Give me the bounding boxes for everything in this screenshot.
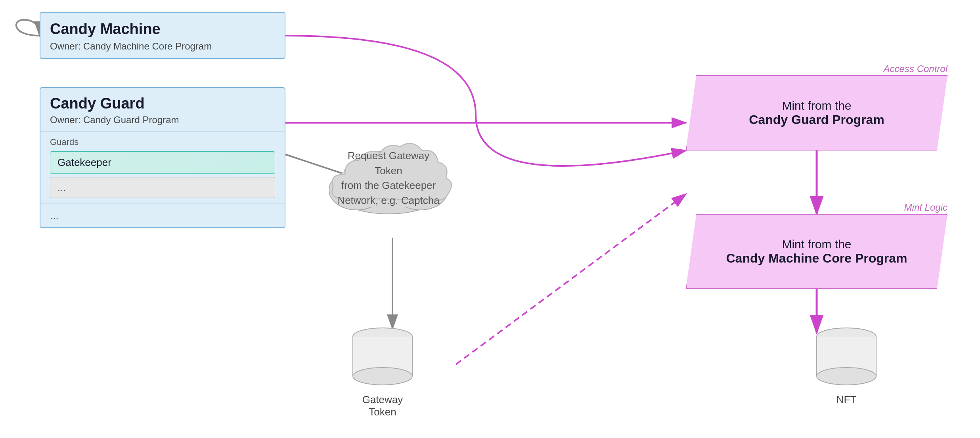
- svg-point-17: [353, 368, 412, 385]
- gateway-token-svg: [349, 325, 416, 388]
- mint-guard-program: Mint from the Candy Guard Program: [686, 75, 947, 150]
- candy-guard-body: Guards Gatekeeper ...: [40, 131, 285, 204]
- guards-label: Guards: [50, 137, 275, 147]
- candy-machine-box: Candy Machine Owner: Candy Machine Core …: [40, 12, 285, 59]
- candy-guard-subtitle: Owner: Candy Guard Program: [50, 114, 275, 126]
- access-control-label: Access Control: [686, 63, 947, 74]
- candy-guard-header: Candy Guard Owner: Candy Guard Program: [40, 88, 285, 131]
- gateway-token: GatewayToken: [349, 325, 416, 418]
- mint-core-normal: Mint from the: [782, 238, 851, 251]
- svg-point-22: [817, 368, 876, 385]
- nft-label: NFT: [836, 394, 857, 406]
- mint-guard-parallelogram: Mint from the Candy Guard Program: [686, 75, 947, 150]
- mint-logic-label: Mint Logic: [686, 202, 947, 213]
- candy-guard-title: Candy Guard: [50, 95, 275, 112]
- candy-guard-footer: ...: [40, 204, 285, 227]
- diagram-container: Candy Machine Owner: Candy Machine Core …: [0, 0, 980, 438]
- gatekeeper-row: Gatekeeper: [50, 151, 275, 174]
- gateway-token-label: GatewayToken: [362, 394, 403, 418]
- mint-guard-bold: Candy Guard Program: [749, 112, 884, 127]
- cloud-container: Request Gateway Token from the Gatekeepe…: [313, 123, 464, 234]
- mint-core-bold: Candy Machine Core Program: [726, 251, 907, 266]
- mint-core-parallelogram: Mint from the Candy Machine Core Program: [686, 214, 947, 289]
- nft-svg: [813, 325, 880, 388]
- nft-cylinder: NFT: [813, 325, 880, 406]
- cloud-text: Request Gateway Token from the Gatekeepe…: [333, 149, 444, 208]
- ellipsis-row-1: ...: [50, 177, 275, 198]
- candy-machine-title: Candy Machine: [50, 21, 275, 38]
- mint-guard-normal: Mint from the: [782, 99, 851, 112]
- mint-core-program: Mint from the Candy Machine Core Program: [686, 214, 947, 289]
- candy-machine-subtitle: Owner: Candy Machine Core Program: [50, 41, 275, 52]
- candy-guard-box: Candy Guard Owner: Candy Guard Program G…: [40, 87, 285, 228]
